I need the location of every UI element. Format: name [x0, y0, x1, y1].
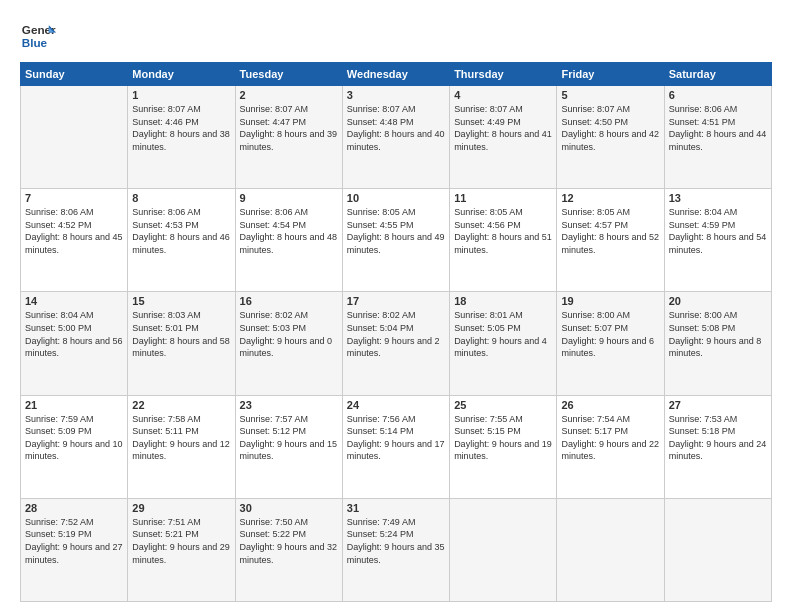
day-info: Sunrise: 8:05 AMSunset: 4:57 PMDaylight:… [561, 206, 659, 256]
weekday-header: Wednesday [342, 63, 449, 86]
calendar-cell: 12 Sunrise: 8:05 AMSunset: 4:57 PMDaylig… [557, 189, 664, 292]
day-number: 16 [240, 295, 338, 307]
calendar-table: SundayMondayTuesdayWednesdayThursdayFrid… [20, 62, 772, 602]
day-number: 14 [25, 295, 123, 307]
day-number: 27 [669, 399, 767, 411]
day-info: Sunrise: 7:53 AMSunset: 5:18 PMDaylight:… [669, 413, 767, 463]
day-info: Sunrise: 7:49 AMSunset: 5:24 PMDaylight:… [347, 516, 445, 566]
day-number: 5 [561, 89, 659, 101]
day-number: 29 [132, 502, 230, 514]
day-number: 20 [669, 295, 767, 307]
day-info: Sunrise: 8:07 AMSunset: 4:48 PMDaylight:… [347, 103, 445, 153]
day-info: Sunrise: 8:04 AMSunset: 4:59 PMDaylight:… [669, 206, 767, 256]
day-number: 18 [454, 295, 552, 307]
weekday-header: Tuesday [235, 63, 342, 86]
calendar-cell: 10 Sunrise: 8:05 AMSunset: 4:55 PMDaylig… [342, 189, 449, 292]
day-number: 24 [347, 399, 445, 411]
day-number: 7 [25, 192, 123, 204]
day-number: 9 [240, 192, 338, 204]
day-info: Sunrise: 8:05 AMSunset: 4:55 PMDaylight:… [347, 206, 445, 256]
day-number: 30 [240, 502, 338, 514]
calendar-week-row: 14 Sunrise: 8:04 AMSunset: 5:00 PMDaylig… [21, 292, 772, 395]
calendar-cell: 2 Sunrise: 8:07 AMSunset: 4:47 PMDayligh… [235, 86, 342, 189]
day-number: 22 [132, 399, 230, 411]
calendar-cell: 17 Sunrise: 8:02 AMSunset: 5:04 PMDaylig… [342, 292, 449, 395]
calendar-week-row: 1 Sunrise: 8:07 AMSunset: 4:46 PMDayligh… [21, 86, 772, 189]
day-info: Sunrise: 8:07 AMSunset: 4:49 PMDaylight:… [454, 103, 552, 153]
header: General Blue [20, 18, 772, 54]
calendar-cell: 29 Sunrise: 7:51 AMSunset: 5:21 PMDaylig… [128, 498, 235, 601]
calendar-cell: 25 Sunrise: 7:55 AMSunset: 5:15 PMDaylig… [450, 395, 557, 498]
day-number: 10 [347, 192, 445, 204]
calendar-cell: 9 Sunrise: 8:06 AMSunset: 4:54 PMDayligh… [235, 189, 342, 292]
calendar-week-row: 21 Sunrise: 7:59 AMSunset: 5:09 PMDaylig… [21, 395, 772, 498]
calendar-page: General Blue SundayMondayTuesdayWednesda… [0, 0, 792, 612]
day-info: Sunrise: 8:07 AMSunset: 4:50 PMDaylight:… [561, 103, 659, 153]
day-number: 13 [669, 192, 767, 204]
calendar-cell: 8 Sunrise: 8:06 AMSunset: 4:53 PMDayligh… [128, 189, 235, 292]
day-number: 8 [132, 192, 230, 204]
weekday-header: Sunday [21, 63, 128, 86]
day-info: Sunrise: 8:02 AMSunset: 5:04 PMDaylight:… [347, 309, 445, 359]
calendar-cell: 22 Sunrise: 7:58 AMSunset: 5:11 PMDaylig… [128, 395, 235, 498]
day-number: 6 [669, 89, 767, 101]
calendar-cell [664, 498, 771, 601]
calendar-cell [557, 498, 664, 601]
day-info: Sunrise: 8:07 AMSunset: 4:46 PMDaylight:… [132, 103, 230, 153]
calendar-cell: 28 Sunrise: 7:52 AMSunset: 5:19 PMDaylig… [21, 498, 128, 601]
weekday-header: Thursday [450, 63, 557, 86]
calendar-cell: 7 Sunrise: 8:06 AMSunset: 4:52 PMDayligh… [21, 189, 128, 292]
day-number: 1 [132, 89, 230, 101]
calendar-cell: 18 Sunrise: 8:01 AMSunset: 5:05 PMDaylig… [450, 292, 557, 395]
weekday-header: Saturday [664, 63, 771, 86]
calendar-cell: 27 Sunrise: 7:53 AMSunset: 5:18 PMDaylig… [664, 395, 771, 498]
calendar-cell: 20 Sunrise: 8:00 AMSunset: 5:08 PMDaylig… [664, 292, 771, 395]
day-info: Sunrise: 8:04 AMSunset: 5:00 PMDaylight:… [25, 309, 123, 359]
calendar-cell: 6 Sunrise: 8:06 AMSunset: 4:51 PMDayligh… [664, 86, 771, 189]
day-number: 31 [347, 502, 445, 514]
day-info: Sunrise: 7:58 AMSunset: 5:11 PMDaylight:… [132, 413, 230, 463]
calendar-cell: 1 Sunrise: 8:07 AMSunset: 4:46 PMDayligh… [128, 86, 235, 189]
calendar-cell: 23 Sunrise: 7:57 AMSunset: 5:12 PMDaylig… [235, 395, 342, 498]
day-info: Sunrise: 8:06 AMSunset: 4:53 PMDaylight:… [132, 206, 230, 256]
calendar-cell [450, 498, 557, 601]
weekday-header-row: SundayMondayTuesdayWednesdayThursdayFrid… [21, 63, 772, 86]
calendar-cell: 16 Sunrise: 8:02 AMSunset: 5:03 PMDaylig… [235, 292, 342, 395]
calendar-cell: 14 Sunrise: 8:04 AMSunset: 5:00 PMDaylig… [21, 292, 128, 395]
day-info: Sunrise: 7:52 AMSunset: 5:19 PMDaylight:… [25, 516, 123, 566]
day-number: 17 [347, 295, 445, 307]
day-info: Sunrise: 8:06 AMSunset: 4:52 PMDaylight:… [25, 206, 123, 256]
calendar-cell: 3 Sunrise: 8:07 AMSunset: 4:48 PMDayligh… [342, 86, 449, 189]
day-info: Sunrise: 8:00 AMSunset: 5:08 PMDaylight:… [669, 309, 767, 359]
day-number: 12 [561, 192, 659, 204]
weekday-header: Friday [557, 63, 664, 86]
day-info: Sunrise: 7:51 AMSunset: 5:21 PMDaylight:… [132, 516, 230, 566]
day-number: 23 [240, 399, 338, 411]
weekday-header: Monday [128, 63, 235, 86]
day-number: 2 [240, 89, 338, 101]
day-number: 21 [25, 399, 123, 411]
calendar-cell: 11 Sunrise: 8:05 AMSunset: 4:56 PMDaylig… [450, 189, 557, 292]
calendar-cell: 24 Sunrise: 7:56 AMSunset: 5:14 PMDaylig… [342, 395, 449, 498]
day-info: Sunrise: 7:54 AMSunset: 5:17 PMDaylight:… [561, 413, 659, 463]
day-info: Sunrise: 7:56 AMSunset: 5:14 PMDaylight:… [347, 413, 445, 463]
day-number: 4 [454, 89, 552, 101]
day-number: 11 [454, 192, 552, 204]
day-number: 28 [25, 502, 123, 514]
svg-text:Blue: Blue [22, 36, 48, 49]
day-info: Sunrise: 8:06 AMSunset: 4:54 PMDaylight:… [240, 206, 338, 256]
day-number: 3 [347, 89, 445, 101]
calendar-cell: 4 Sunrise: 8:07 AMSunset: 4:49 PMDayligh… [450, 86, 557, 189]
logo-icon: General Blue [20, 18, 56, 54]
day-info: Sunrise: 8:00 AMSunset: 5:07 PMDaylight:… [561, 309, 659, 359]
day-info: Sunrise: 7:59 AMSunset: 5:09 PMDaylight:… [25, 413, 123, 463]
calendar-week-row: 7 Sunrise: 8:06 AMSunset: 4:52 PMDayligh… [21, 189, 772, 292]
calendar-cell [21, 86, 128, 189]
day-number: 19 [561, 295, 659, 307]
day-info: Sunrise: 8:07 AMSunset: 4:47 PMDaylight:… [240, 103, 338, 153]
day-number: 25 [454, 399, 552, 411]
day-number: 26 [561, 399, 659, 411]
calendar-cell: 19 Sunrise: 8:00 AMSunset: 5:07 PMDaylig… [557, 292, 664, 395]
calendar-cell: 31 Sunrise: 7:49 AMSunset: 5:24 PMDaylig… [342, 498, 449, 601]
day-info: Sunrise: 7:50 AMSunset: 5:22 PMDaylight:… [240, 516, 338, 566]
